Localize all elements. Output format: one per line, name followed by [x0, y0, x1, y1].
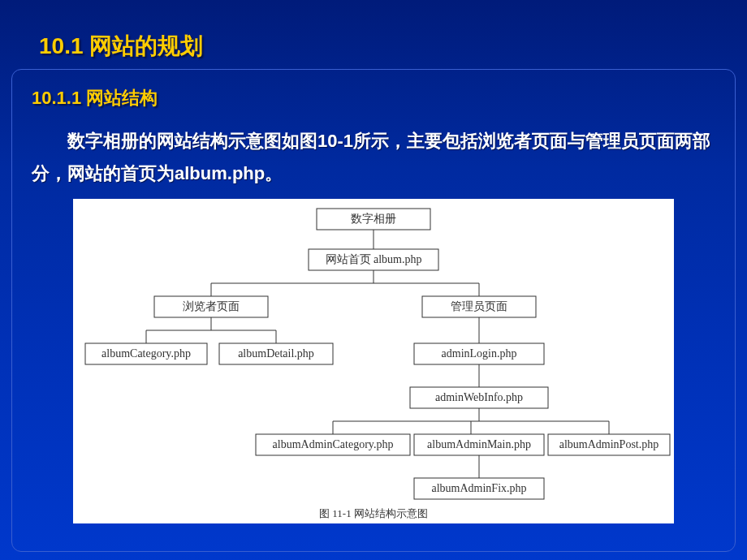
node-root-label: 数字相册 [351, 213, 396, 225]
diagram-container: 数字相册 网站首页 album.php 浏览者页面 管理员页面 albumCat… [73, 199, 674, 523]
node-albumAdminMain-label: albumAdminMain.php [427, 438, 531, 450]
node-homepage-label: 网站首页 album.php [326, 253, 422, 265]
node-albumCategory-label: albumCategory.php [101, 347, 191, 360]
node-albumAdminPost-label: albumAdminPost.php [559, 438, 659, 450]
node-albumDetail-label: albumDetail.php [238, 347, 314, 360]
section-heading: 10.1 网站的规划 [39, 31, 203, 62]
subsection-heading: 10.1.1 网站结构 [32, 86, 715, 110]
body-paragraph: 数字相册的网站结构示意图如图10-1所示，主要包括浏览者页面与管理员页面两部分，… [32, 125, 715, 189]
content-panel: 10.1.1 网站结构 数字相册的网站结构示意图如图10-1所示，主要包括浏览者… [11, 69, 736, 552]
structure-diagram: 数字相册 网站首页 album.php 浏览者页面 管理员页面 albumCat… [73, 199, 674, 523]
node-adminLogin-label: adminLogin.php [442, 347, 517, 360]
node-adminWebInfo-label: adminWebInfo.php [435, 391, 523, 403]
node-viewer-label: 浏览者页面 [183, 300, 240, 312]
node-albumAdminFix-label: albumAdminFix.php [431, 482, 526, 494]
node-albumAdminCategory-label: albumAdminCategory.php [273, 438, 394, 450]
node-admin-label: 管理员页面 [451, 300, 507, 312]
diagram-caption: 图 11-1 网站结构示意图 [319, 507, 428, 519]
